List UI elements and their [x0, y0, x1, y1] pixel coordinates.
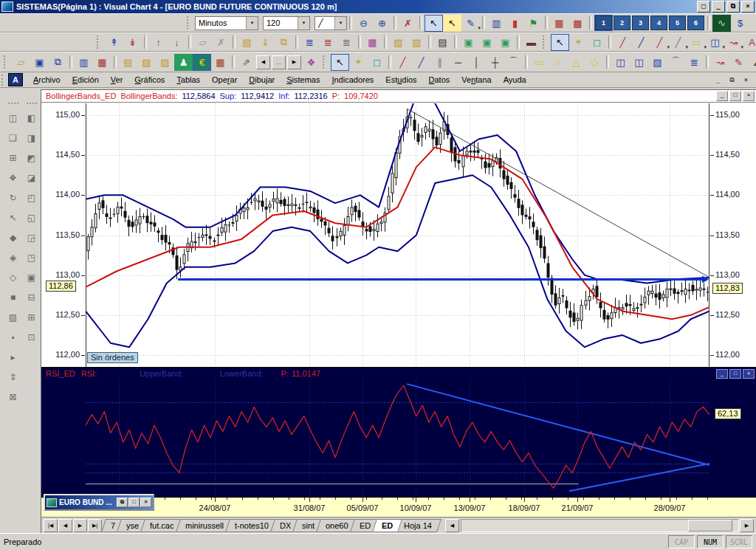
tools-disabled-icon[interactable]: ✗ — [212, 34, 230, 51]
mini-close-button[interactable]: × — [140, 498, 151, 507]
fit-height-icon[interactable]: ⊞ — [24, 309, 40, 325]
mini-maximize-button[interactable]: □ — [128, 498, 140, 507]
restore-button[interactable]: ⧉ — [726, 1, 740, 13]
center-h-icon[interactable]: ◰ — [24, 190, 40, 205]
diamond-outline-icon[interactable]: ◇ — [5, 269, 21, 285]
copy-study-icon[interactable]: ⧉ — [275, 34, 293, 51]
menu-ayuda[interactable]: Ayuda — [498, 74, 532, 86]
buy-signal-icon[interactable]: ↟ — [105, 34, 123, 51]
toolbar-grip[interactable] — [97, 35, 101, 49]
toolbar-grip[interactable] — [4, 55, 8, 69]
arrow-annotation-icon[interactable]: ↝ — [711, 54, 729, 71]
save-all-icon[interactable]: ⧉ — [49, 54, 67, 71]
image-folder-icon[interactable]: ▧ — [156, 54, 174, 71]
menu-sistemas[interactable]: Sistemas — [281, 74, 326, 86]
sell-signal-icon[interactable]: ↡ — [123, 34, 142, 51]
layout-window-6-icon[interactable]: 6 — [687, 16, 704, 30]
delete-icon[interactable]: ⊠ — [5, 389, 21, 405]
menu-edicin[interactable]: Edición — [66, 74, 105, 86]
prev-page-button[interactable]: ◀ — [256, 55, 270, 69]
line-red-icon[interactable]: ╱ — [394, 54, 412, 71]
v-spacing-icon[interactable]: ⇕ — [5, 369, 21, 385]
menu-indicadores[interactable]: Indicadores — [326, 74, 379, 86]
cross-line-icon[interactable]: ┼ — [486, 54, 504, 71]
angle-tool-icon[interactable]: ∠ — [748, 54, 756, 71]
page-folder-icon[interactable]: ▤ — [119, 54, 137, 71]
center-v-icon[interactable]: ◱ — [24, 210, 40, 225]
rectangle-shape-icon[interactable]: ▭ — [530, 54, 549, 71]
menu-tablas[interactable]: Tablas — [171, 74, 206, 86]
sheet-tab-t-notes10[interactable]: t-notes10 — [225, 519, 278, 532]
diamond-add-icon[interactable]: ◈ — [5, 250, 21, 265]
line-style-select[interactable]: ╱▼ — [315, 16, 347, 30]
align-left-icon[interactable]: ◧ — [24, 110, 40, 126]
layout-window-4-icon[interactable]: 4 — [650, 16, 667, 30]
menu-datos[interactable]: Datos — [423, 74, 456, 86]
pane-minimize-button[interactable]: _ — [716, 369, 728, 379]
diamond-icon[interactable]: ◆ — [5, 230, 21, 245]
child-minimize-button[interactable]: _ — [712, 75, 724, 85]
rectangle-tool-icon[interactable]: ▭▾ — [687, 34, 706, 51]
chart-folder-icon[interactable]: ▧ — [408, 34, 426, 51]
console-icon[interactable]: ▸ — [5, 349, 21, 365]
select-pointer-icon[interactable]: ↖ — [551, 34, 569, 51]
fibonacci-icon[interactable]: ▨ — [648, 54, 667, 71]
distribute-h-icon[interactable]: ◲ — [24, 230, 40, 245]
pane-close-button[interactable]: × — [743, 369, 755, 379]
layout-window-5-icon[interactable]: 5 — [669, 16, 686, 30]
menu-ventana[interactable]: Ventana — [456, 74, 497, 86]
new-chart-icon[interactable]: ▥ — [75, 54, 93, 71]
open-file-icon[interactable]: ▱ — [12, 54, 30, 71]
rotate-icon[interactable]: ↻ — [5, 190, 21, 205]
trend-line-icon[interactable]: ╱ — [614, 34, 632, 51]
pane-close-button[interactable]: × — [743, 91, 755, 101]
buy-order-icon[interactable]: ↑ — [149, 34, 168, 51]
menu-grficos[interactable]: Gráficos — [128, 74, 171, 86]
indicator-list-blue-icon[interactable]: ≣ — [300, 34, 319, 51]
import-study-icon[interactable]: ⇓ — [256, 34, 275, 51]
panel-tool-icon[interactable]: ◫▾ — [706, 34, 724, 51]
curve-line-icon[interactable]: ⌒ — [504, 54, 523, 71]
main-chart-canvas[interactable] — [86, 103, 709, 368]
objects-icon[interactable]: ❖ — [5, 170, 21, 185]
minimized-chart-window[interactable]: EURO BUND ... ⧉□× — [44, 494, 154, 511]
vertical-line-icon[interactable]: │ — [467, 54, 486, 71]
three-panel-icon[interactable]: ◫ — [630, 54, 648, 71]
fullscreen-button[interactable]: □ — [697, 1, 710, 13]
realtime-chart-icon[interactable]: ∿ — [712, 15, 731, 32]
pane-minimize-button[interactable]: _ — [716, 91, 728, 101]
split-window-icon[interactable]: ◫ — [5, 110, 21, 126]
distribute-v-icon[interactable]: ◳ — [24, 250, 40, 265]
candles-style-icon[interactable]: ▮ — [506, 15, 524, 32]
manage-workspace-icon[interactable]: ▣ — [496, 34, 515, 51]
line-blue-icon[interactable]: ╱ — [412, 54, 430, 71]
select-arrow-icon[interactable]: ↖ — [331, 54, 349, 71]
dollar-icon[interactable]: $ — [731, 15, 749, 32]
sheet-tab-ed[interactable]: ED — [372, 519, 402, 532]
triangle-shape-icon[interactable]: △ — [567, 54, 585, 71]
two-panel-icon[interactable]: ◫ — [611, 54, 630, 71]
sell-order-icon[interactable]: ↓ — [168, 34, 186, 51]
close-button[interactable]: × — [741, 1, 755, 13]
chevron-down-icon[interactable]: ▼ — [246, 17, 258, 30]
pointer-info-icon[interactable]: ↖ — [443, 15, 461, 32]
prev-sheet-button[interactable]: ◀ — [58, 519, 72, 532]
insert-chart-icon[interactable]: ▦ — [93, 54, 111, 71]
volume-style-icon[interactable]: ▦ — [550, 15, 568, 32]
table-view-icon[interactable]: ▤ — [433, 34, 452, 51]
scrollbar-right-button[interactable]: ▶ — [740, 519, 754, 532]
chevron-down-icon[interactable]: ▼ — [334, 17, 346, 30]
toolbar-grip[interactable] — [27, 103, 37, 104]
crosshair-pointer-icon[interactable]: ↖ — [425, 15, 443, 32]
erase-tick-icon[interactable]: ✗ — [399, 15, 417, 32]
text-tool-icon[interactable]: A▾ — [743, 34, 756, 51]
next-page-button[interactable]: ▶ — [287, 55, 301, 69]
h-scrollbar-track[interactable] — [461, 519, 739, 532]
key-euro-icon[interactable]: € — [193, 54, 211, 71]
horizontal-line-icon[interactable]: ─ — [449, 54, 467, 71]
toolbar-grip[interactable] — [187, 16, 191, 30]
mini-restore-button[interactable]: ⧉ — [117, 498, 128, 507]
open-workspace-icon[interactable]: ▣ — [459, 34, 478, 51]
align-right-icon[interactable]: ◨ — [24, 130, 40, 145]
send-order-icon[interactable]: ⇗ — [237, 54, 255, 71]
